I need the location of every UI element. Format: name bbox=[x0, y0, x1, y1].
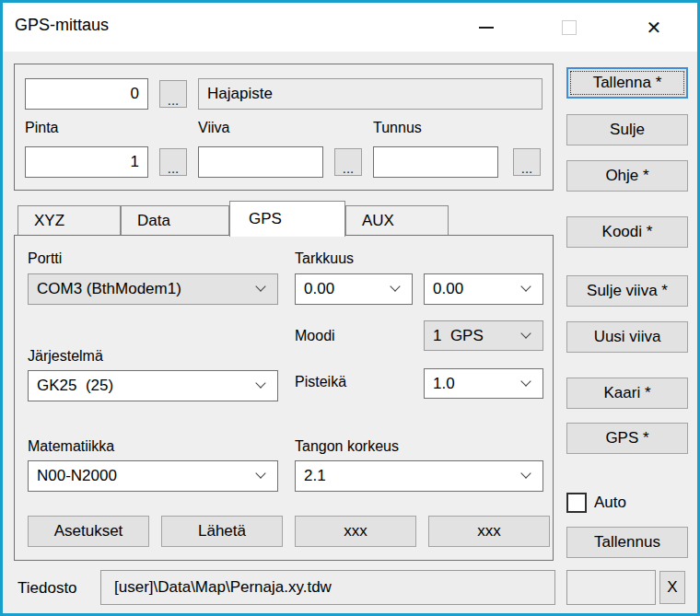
kaari-button[interactable]: Kaari * bbox=[566, 378, 688, 409]
tarkkuus-select-1[interactable]: 0.00 bbox=[295, 273, 413, 305]
chevron-down-icon bbox=[255, 378, 265, 388]
chevron-down-icon bbox=[255, 281, 265, 291]
auto-label: Auto bbox=[594, 494, 626, 512]
pinta-label: Pinta bbox=[25, 120, 58, 136]
x-button[interactable]: X bbox=[659, 571, 685, 604]
tangon-korkeus-label: Tangon korkeus bbox=[295, 438, 399, 455]
tab-gps[interactable]: GPS bbox=[229, 201, 345, 237]
point-number-browse-button[interactable]: ... bbox=[159, 80, 187, 108]
tab-data[interactable]: Data bbox=[121, 205, 229, 236]
tunnus-browse-button[interactable]: ... bbox=[513, 148, 541, 176]
tab-xyz[interactable]: XYZ bbox=[18, 205, 121, 236]
aux-empty-field bbox=[566, 570, 656, 605]
point-type-field: Hajapiste bbox=[198, 78, 542, 110]
auto-checkbox[interactable] bbox=[566, 493, 587, 513]
uusi-viiva-button[interactable]: Uusi viiva bbox=[566, 321, 688, 353]
matematiikka-label: Matematiikka bbox=[28, 438, 114, 455]
minimize-button[interactable] bbox=[458, 3, 515, 52]
tallenna-button[interactable]: Tallenna * bbox=[566, 67, 688, 99]
xxx-button-1[interactable]: xxx bbox=[295, 516, 416, 547]
pinta-input[interactable]: 1 bbox=[25, 146, 148, 178]
gps-button[interactable]: GPS * bbox=[566, 423, 688, 454]
chevron-down-icon bbox=[520, 376, 531, 386]
window-title: GPS-mittaus bbox=[15, 16, 109, 35]
pisteika-select[interactable]: 1.0 bbox=[424, 368, 543, 399]
close-icon: ✕ bbox=[647, 18, 662, 37]
sulje-button[interactable]: Sulje bbox=[566, 114, 688, 145]
tunnus-input[interactable] bbox=[373, 146, 498, 178]
xxx-button-2[interactable]: xxx bbox=[428, 516, 550, 547]
sulje-viiva-button[interactable]: Sulje viiva * bbox=[566, 275, 688, 307]
chevron-down-icon bbox=[255, 468, 265, 478]
chevron-down-icon bbox=[390, 281, 400, 291]
gps-tab-pane: Portti COM3 (BthModem1) Tarkkuus 0.00 0.… bbox=[14, 235, 554, 561]
portti-select[interactable]: COM3 (BthModem1) bbox=[28, 273, 278, 305]
koodi-button[interactable]: Koodi * bbox=[566, 216, 688, 248]
tangon-korkeus-select[interactable]: 2.1 bbox=[295, 460, 543, 492]
viiva-browse-button[interactable]: ... bbox=[334, 148, 362, 176]
jarjestelma-select[interactable]: GK25 (25) bbox=[28, 370, 278, 401]
jarjestelma-label: Järjestelmä bbox=[28, 348, 103, 365]
tunnus-label: Tunnus bbox=[373, 120, 422, 136]
maximize-button bbox=[541, 3, 598, 52]
titlebar: GPS-mittaus ✕ bbox=[3, 3, 697, 52]
tiedosto-label: Tiedosto bbox=[18, 579, 77, 598]
viiva-input[interactable] bbox=[198, 146, 323, 178]
pinta-browse-button[interactable]: ... bbox=[159, 148, 187, 176]
tallennus-button[interactable]: Tallennus bbox=[566, 527, 688, 558]
viiva-label: Viiva bbox=[198, 120, 229, 136]
pisteika-label: Pisteikä bbox=[295, 374, 346, 390]
point-number-input[interactable]: 0 bbox=[25, 78, 148, 110]
tarkkuus-label: Tarkkuus bbox=[295, 250, 354, 267]
asetukset-button[interactable]: Asetukset bbox=[28, 516, 149, 547]
file-path-field: [user]\Data\Map\Pernaja.xy.tdw bbox=[100, 570, 555, 605]
laheta-button[interactable]: Lähetä bbox=[161, 516, 283, 547]
moodi-label: Moodi bbox=[295, 328, 335, 344]
ohje-button[interactable]: Ohje * bbox=[566, 160, 688, 192]
maximize-icon bbox=[562, 20, 577, 35]
gps-mittaus-dialog: GPS-mittaus ✕ 0 ... Hajapiste Pinta Viiv… bbox=[0, 0, 700, 616]
tarkkuus-select-2[interactable]: 0.00 bbox=[424, 273, 543, 305]
portti-label: Portti bbox=[28, 250, 62, 267]
chevron-down-icon bbox=[520, 328, 531, 338]
tab-aux[interactable]: AUX bbox=[345, 205, 449, 236]
chevron-down-icon bbox=[520, 468, 531, 478]
moodi-select[interactable]: 1 GPS bbox=[424, 320, 543, 351]
minimize-icon bbox=[479, 27, 494, 29]
chevron-down-icon bbox=[520, 281, 531, 291]
matematiikka-select[interactable]: N00-N2000 bbox=[28, 460, 278, 492]
close-button[interactable]: ✕ bbox=[625, 3, 682, 52]
